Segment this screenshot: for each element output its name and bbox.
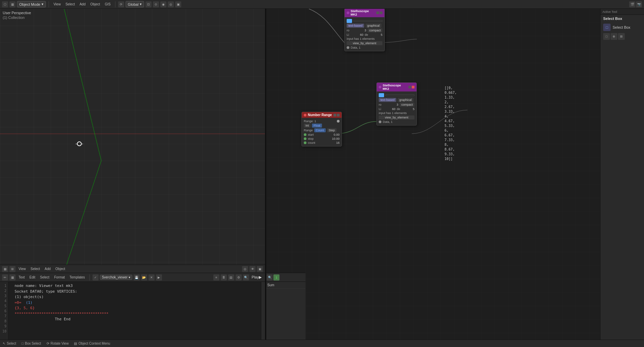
pivot-dropdown[interactable]: Global ▾ — [126, 1, 144, 7]
te-scrollbar[interactable] — [261, 282, 265, 340]
code-area[interactable]: node name: Viewer text mk3 Socket DATA0;… — [7, 282, 261, 340]
proportional-icon[interactable]: ⊙ — [153, 1, 159, 7]
text-editor-body: 1 2 3 4 5 6 7 8 9 10 node name: Viewer t… — [0, 282, 265, 340]
stethoscope-header: Stethoscope MK2 — [377, 83, 417, 91]
mode-dropdown[interactable]: Object Mode ▾ — [17, 1, 46, 7]
object-menu[interactable]: Object — [88, 2, 102, 7]
scene-icon[interactable]: 🎬 — [629, 1, 635, 7]
graphical-btn[interactable]: graphical — [366, 24, 381, 28]
code-line-6: {3, 5, 6} — [10, 305, 258, 311]
node-editor[interactable]: Stethoscope MK2 text-based graphical ro — [265, 9, 644, 347]
steth-collapse[interactable] — [408, 86, 411, 88]
color-picker[interactable] — [347, 19, 352, 23]
select-icon: ↖ — [3, 342, 5, 345]
count-btn[interactable]: Count — [314, 128, 326, 132]
te-text-menu[interactable]: Text — [17, 275, 26, 280]
node-close[interactable] — [380, 11, 382, 14]
vp-add-btn[interactable]: Add — [43, 266, 52, 271]
step-btn[interactable]: Step — [327, 128, 337, 132]
te-list2-icon[interactable]: ≣ — [221, 274, 227, 281]
steth-compact-btn[interactable]: compact — [400, 103, 414, 107]
range-output-socket — [337, 120, 340, 123]
viewport[interactable]: User Perspective (1) Collection — [0, 9, 265, 273]
te-save-icon[interactable]: 💾 — [134, 274, 140, 281]
render-icon[interactable]: 📷 — [636, 1, 642, 7]
mode-icon: ▦ — [9, 1, 16, 7]
text-editor-toolbar: ✏ ▦ Text Edit Select Format Templates ✓ … — [0, 273, 265, 282]
te-file-dropdown[interactable]: Sverchok_viewer ▾ — [100, 275, 132, 280]
vp-select-btn[interactable]: Select — [29, 266, 42, 271]
select-tool[interactable]: ↖ Select — [3, 342, 16, 345]
view-menu[interactable]: View — [52, 2, 62, 7]
steth-close[interactable] — [412, 86, 414, 88]
atp-header-label: Active Tool — [602, 10, 617, 14]
te-format-menu[interactable]: Format — [52, 275, 66, 280]
overlay-icon[interactable]: ◎ — [168, 1, 174, 7]
te-right-panel: 🔍 1 Sum — [265, 273, 305, 347]
vp-obj-btn[interactable]: Object — [54, 266, 67, 271]
steth-color-input[interactable] — [385, 95, 414, 96]
editor-divider[interactable] — [265, 9, 266, 347]
vp-view-btn[interactable]: View — [17, 266, 28, 271]
snap-icon[interactable]: ⊡ — [145, 1, 152, 7]
te-play-icon[interactable]: ▶ — [156, 274, 162, 281]
steth-text-based-btn[interactable]: text-based — [379, 98, 396, 102]
color-input[interactable] — [353, 20, 382, 22]
te-close-icon[interactable]: ✕ — [149, 274, 155, 281]
vis-icon[interactable]: ◉ — [160, 1, 166, 7]
box-select-tool[interactable]: □ Box Select — [22, 342, 41, 345]
sep2 — [115, 1, 115, 7]
number-range-body: Range: 1 Int Float Range Count Step star… — [302, 118, 342, 146]
xray-icon[interactable]: ▣ — [175, 1, 181, 7]
steth-color-row — [377, 93, 417, 98]
atp-icons-row: □ ⊕ ⊞ — [600, 32, 644, 41]
code-line-9: ****************************************… — [10, 311, 258, 317]
te-list-icon[interactable]: ≡ — [213, 274, 219, 281]
code-line-4: (1) object(s) — [10, 294, 258, 300]
steth-view-by-element-btn[interactable]: view_by_element — [379, 115, 414, 119]
te-magnify-icon[interactable]: 🔍 — [243, 274, 249, 281]
tr-search-icon[interactable]: 🔍 — [267, 274, 273, 281]
steth-graphical-btn[interactable]: graphical — [398, 98, 413, 102]
te-check-icon[interactable]: ✓ — [92, 274, 99, 281]
nr-close[interactable] — [337, 114, 340, 116]
add-menu[interactable]: Add — [78, 2, 87, 7]
data-output-text: [[0, 0.667, 1.33, 2, 2.67, 3.33, 4, 4.67… — [445, 86, 457, 161]
float-btn[interactable]: Float — [312, 124, 322, 128]
toolbar-right: 🎬 📷 — [627, 1, 644, 7]
stethoscope-top-node: Stethoscope MK2 text-based graphical ro — [344, 9, 385, 51]
text-based-btn[interactable]: text-based — [347, 24, 364, 28]
ro-row: ro 3 compact — [345, 28, 384, 33]
box-icon: □ — [22, 342, 24, 345]
compact-btn-top[interactable]: compact — [368, 28, 382, 32]
steth-color-picker[interactable] — [379, 93, 384, 97]
atp-icon-3[interactable]: ⊞ — [618, 33, 625, 40]
vp-xray-icon[interactable]: ▣ — [257, 266, 263, 272]
blender-icon: ⬡ — [2, 1, 8, 7]
node-collapse[interactable] — [376, 11, 379, 14]
te-select-menu[interactable]: Select — [38, 275, 51, 280]
li-de-row: Li 60 de 5 — [345, 33, 384, 37]
te-list3-icon[interactable]: ▤ — [228, 274, 234, 281]
te-settings-icon[interactable]: ⚙ — [236, 274, 242, 281]
toolbar-left: ⬡ ▦ Object Mode ▾ View Select Add Object… — [0, 1, 627, 7]
select-menu[interactable]: Select — [64, 2, 77, 7]
atp-icon-2[interactable]: ⊕ — [611, 33, 617, 40]
gis-menu[interactable]: GIS — [103, 2, 112, 7]
chevron-icon2: ▾ — [140, 2, 142, 6]
int-btn[interactable]: Int — [304, 124, 311, 128]
view-by-element-btn-top[interactable]: view_by_element — [347, 41, 382, 45]
atp-icon-1[interactable]: □ — [603, 33, 610, 40]
te-templates-menu[interactable]: Templates — [68, 275, 87, 280]
tr-num-icon: 1 — [273, 274, 279, 281]
te-play-btn[interactable]: Play▶ — [250, 275, 263, 279]
vp-overlay-icon[interactable]: ◎ — [242, 266, 248, 272]
te-open-icon[interactable]: 📂 — [141, 274, 147, 281]
te-summary-header: Sum — [265, 282, 305, 289]
vp-view-icon2[interactable]: 👁 — [249, 266, 256, 272]
nr-collapse[interactable] — [333, 114, 336, 116]
count-row: count 16 — [302, 141, 342, 145]
te-edit-menu[interactable]: Edit — [28, 275, 37, 280]
steth-view-by-elem-row: view_by_element — [377, 115, 417, 120]
code-line-5: =0= (1) — [10, 300, 258, 306]
